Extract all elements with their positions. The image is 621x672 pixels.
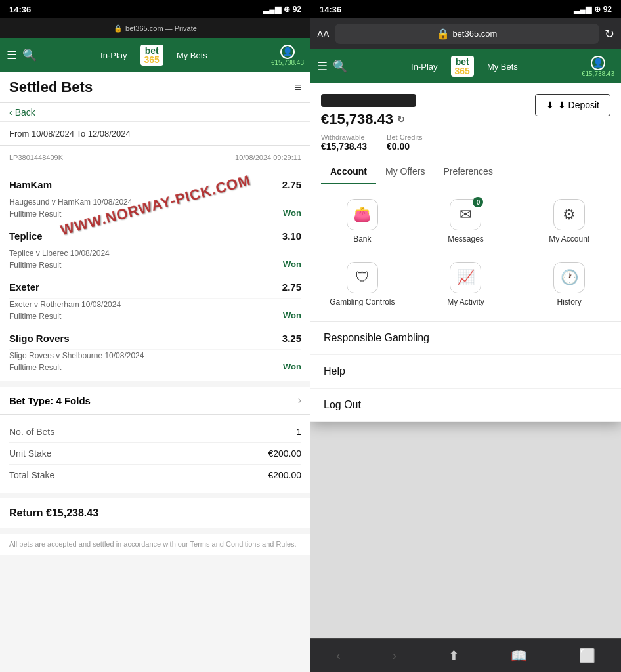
right-search-icon[interactable]: 🔍: [333, 59, 347, 74]
gambling-controls-icon: 🛡: [347, 262, 378, 293]
left-mybets-link[interactable]: My Bets: [177, 51, 207, 60]
bank-item[interactable]: 👛 Bank: [310, 190, 414, 253]
gambling-controls-item[interactable]: 🛡 Gambling Controls: [310, 253, 414, 316]
bet-market-row-teplice: Fulltime Result Won: [9, 259, 301, 271]
bottom-nav: ‹ › ⬆ 📖 ⬜: [310, 638, 621, 672]
left-date-text: From 10/08/2024 To 12/08/2024: [9, 129, 131, 138]
bet-name-teplice: Teplice: [9, 230, 43, 242]
bet-match-teplice: Teplice v Liberec 10/08/2024: [9, 247, 301, 259]
no-of-bets-row: No. of Bets 1: [9, 421, 301, 443]
responsible-gambling-label: Responsible Gambling: [324, 332, 429, 343]
balance-refresh-icon[interactable]: ↻: [397, 114, 405, 125]
left-back-link[interactable]: ‹ Back: [0, 103, 310, 122]
bet-item-exeter: Exeter 2.75 Exeter v Rotherham 10/08/202…: [9, 276, 301, 322]
right-logo-bet: bet: [456, 57, 469, 66]
tab-account[interactable]: Account: [321, 159, 376, 184]
right-account-btn[interactable]: 👤 €15,738.43: [582, 56, 614, 77]
bet-odds-sligo: 3.25: [282, 333, 301, 344]
bet-name-row-exeter: Exeter 2.75: [9, 276, 301, 299]
account-balance-amount: €15,738.43: [321, 111, 393, 128]
withdrawable-value: €15,738.43: [321, 141, 367, 152]
help-item[interactable]: Help: [310, 355, 621, 388]
left-nav-bar: ☰ 🔍 In-Play bet 365 My Bets 👤 €15,738.43: [0, 38, 310, 72]
right-lock-icon: 🔒: [437, 28, 450, 40]
no-of-bets-label: No. of Bets: [9, 427, 54, 437]
browser-bookmarks-btn[interactable]: 📖: [503, 645, 535, 666]
right-logo-365: 365: [455, 66, 470, 75]
bet-name-hamkam: HamKam: [9, 179, 52, 190]
right-nav-links: In-Play bet 365 My Bets: [411, 56, 518, 77]
left-date-range: From 10/08/2024 To 12/08/2024: [0, 122, 310, 146]
browser-forward-btn[interactable]: ›: [384, 645, 404, 665]
right-url-bar[interactable]: 🔒 bet365.com: [335, 24, 599, 44]
left-account-btn[interactable]: 👤 €15,738.43: [271, 45, 304, 66]
messages-label: Messages: [448, 234, 484, 243]
right-inplay-link[interactable]: In-Play: [411, 62, 437, 72]
responsible-gambling-item[interactable]: Responsible Gambling: [310, 322, 621, 355]
bank-icon: 👛: [347, 199, 378, 230]
history-item[interactable]: 🕐 History: [517, 253, 621, 316]
right-link-icon: ⊕: [594, 5, 601, 14]
deposit-icon: ⬇: [546, 100, 554, 110]
right-status-bar: 14:36 ▂▄▆ ⊕ 92: [310, 0, 621, 18]
refresh-icon[interactable]: ↻: [605, 27, 614, 41]
bet-credits-section: Bet Credits €0.00: [387, 133, 422, 152]
right-logo[interactable]: bet 365: [451, 56, 474, 77]
bank-label: Bank: [353, 234, 371, 243]
bet-item-sligo: Sligo Rovers 3.25 Sligo Rovers v Shelbou…: [9, 327, 301, 373]
logout-label: Log Out: [324, 399, 361, 410]
right-status-right: ▂▄▆ ⊕ 92: [574, 5, 612, 14]
right-browser-bar: AA 🔒 bet365.com ↻: [310, 18, 621, 49]
history-icon: 🕐: [553, 262, 585, 293]
no-of-bets-value: 1: [296, 427, 301, 437]
overlay-dimmer[interactable]: [310, 422, 621, 638]
left-url-display[interactable]: 🔒 bet365.com — Private: [114, 24, 197, 33]
my-account-item[interactable]: ⚙ My Account: [517, 190, 621, 253]
my-activity-item[interactable]: 📈 My Activity: [414, 253, 518, 316]
account-dropdown-overlay: ██████████ €15,738.43 ↻ ⬇ ⬇ Deposit: [310, 83, 621, 638]
left-search-icon[interactable]: 🔍: [22, 48, 37, 62]
right-mybets-link[interactable]: My Bets: [487, 62, 518, 72]
messages-item[interactable]: ✉ 0 Messages: [414, 190, 518, 253]
bet-odds-teplice: 3.10: [282, 230, 301, 242]
right-nav-left: ☰ 🔍: [317, 59, 347, 74]
logout-item[interactable]: Log Out: [310, 388, 621, 422]
deposit-button[interactable]: ⬇ ⬇ Deposit: [535, 94, 610, 116]
left-page-header: Settled Bets ≡: [0, 72, 310, 103]
aa-button[interactable]: AA: [317, 29, 330, 39]
account-panel: ██████████ €15,738.43 ↻ ⬇ ⬇ Deposit: [310, 83, 621, 422]
left-balance: €15,738.43: [271, 59, 304, 66]
left-link-icon: ⊕: [284, 5, 290, 14]
browser-share-btn[interactable]: ⬆: [440, 645, 467, 666]
left-time: 14:36: [9, 5, 31, 14]
right-content-area: ‹ Back From 1 LP380 ██████████ €15,738.4…: [310, 83, 621, 638]
bet-datetime: 10/08/2024 09:29:11: [235, 154, 301, 161]
left-menu-icon[interactable]: ☰: [7, 48, 17, 62]
bet-type-row[interactable]: Bet Type: 4 Folds ›: [0, 387, 310, 415]
browser-back-btn[interactable]: ‹: [328, 645, 349, 665]
return-row: Return €15,238.43: [0, 498, 310, 528]
my-account-icon: ⚙: [553, 199, 585, 230]
bet-match-exeter: Exeter v Rotherham 10/08/2024: [9, 299, 301, 310]
my-activity-icon: 📈: [450, 262, 481, 293]
left-status-bar: 14:36 ▂▄▆ ⊕ 92: [0, 0, 310, 18]
left-nav-links: In-Play bet 365 My Bets: [100, 45, 207, 66]
right-menu-icon[interactable]: ☰: [317, 59, 328, 74]
browser-tabs-btn[interactable]: ⬜: [571, 645, 603, 666]
right-panel: 14:36 ▂▄▆ ⊕ 92 AA 🔒 bet365.com ↻ ☰ 🔍 In-…: [310, 0, 621, 672]
withdrawable-section: Withdrawable €15,738.43: [321, 133, 367, 152]
bet-market-row-sligo: Fulltime Result Won: [9, 362, 301, 373]
total-stake-value: €200.00: [268, 470, 301, 480]
bet-name-row-hamkam: HamKam 2.75: [9, 174, 301, 196]
right-nav-bar: ☰ 🔍 In-Play bet 365 My Bets 👤 €15,738.43: [310, 49, 621, 83]
left-inplay-link[interactable]: In-Play: [100, 51, 127, 60]
help-label: Help: [324, 366, 345, 377]
left-logo[interactable]: bet 365: [140, 45, 163, 66]
tab-my-offers[interactable]: My Offers: [376, 159, 434, 184]
account-balance-display: €15,738.43 ↻: [321, 111, 416, 128]
bet-card: LP3801448409K 10/08/2024 09:29:11 HamKam…: [0, 146, 310, 381]
bet-type-chevron-icon: ›: [298, 394, 301, 406]
tab-preferences[interactable]: Preferences: [434, 159, 502, 184]
bet-odds-exeter: 2.75: [282, 282, 301, 293]
left-hamburger-icon[interactable]: ≡: [294, 81, 301, 94]
